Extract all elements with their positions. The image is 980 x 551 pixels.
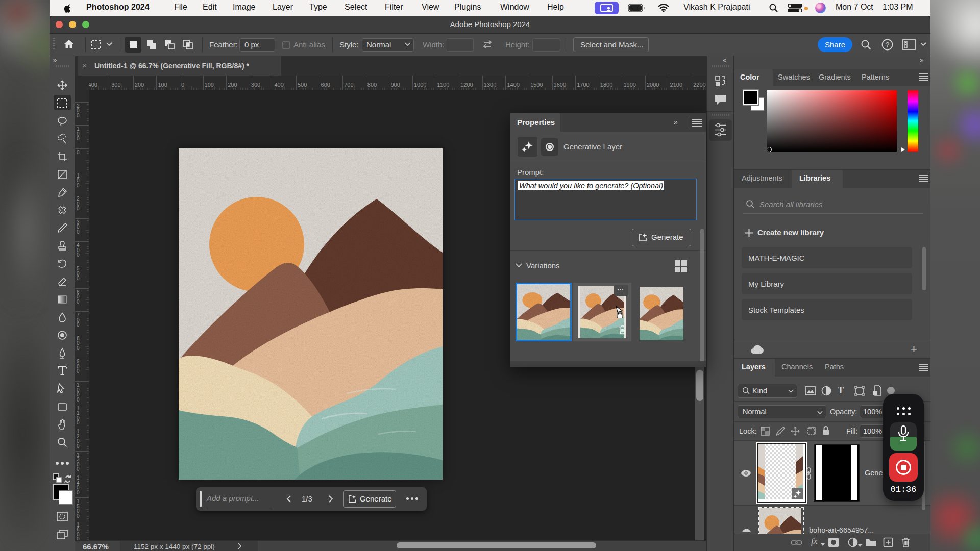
svg-text:?: ? [886,41,889,48]
